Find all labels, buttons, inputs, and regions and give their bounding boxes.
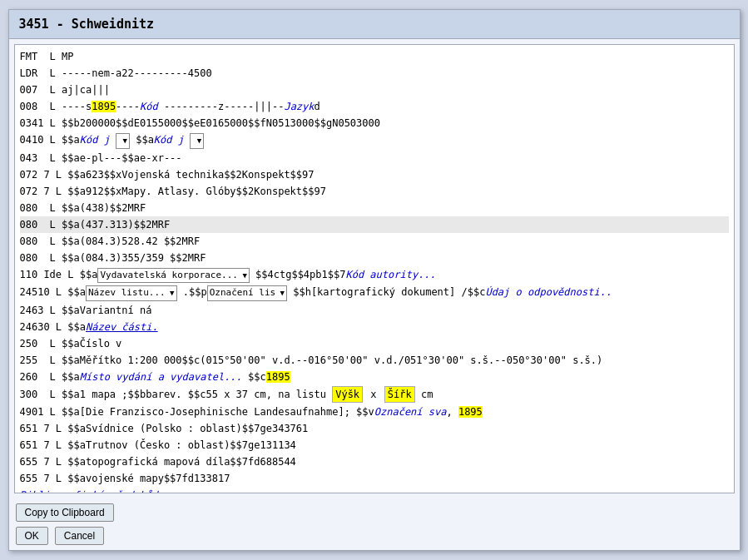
- row-043-content: 043 L $$ae-pl---$$ae-xr---: [20, 151, 729, 166]
- kod-j-dropdown[interactable]: [116, 133, 130, 149]
- row-4901-content: 4901 L $$a[Die Franzisco-Josephinische L…: [20, 404, 729, 419]
- kod-j-dropdown2[interactable]: [190, 133, 204, 149]
- row-072-1-content: 072 7 L $$a623$$xVojenská technika$$2Kon…: [20, 167, 729, 182]
- row-2463-content: 2463 L $$aVariantní ná: [20, 303, 729, 318]
- vysk-box: Výšk: [332, 386, 363, 403]
- row-300-content: 300 L $$a1 mapa ;$$bbarev. $$c55 x 37 cm…: [20, 386, 729, 403]
- year-1895-4901: 1895: [458, 406, 483, 418]
- row-080-1: 080 L $$a(438)$$2MRF: [20, 200, 729, 216]
- udaj-odpoved-link[interactable]: Údaj o odpovědnosti..: [485, 286, 612, 298]
- kod-link-008[interactable]: Kód: [140, 101, 158, 112]
- row-080-2-content: 080 L $$a(437.313)$$2MRF: [20, 217, 729, 232]
- jazyk-link[interactable]: Jazyk: [284, 101, 314, 112]
- bibliograficky-link[interactable]: Bibliografický předchůdce...: [20, 489, 188, 494]
- row-260-content: 260 L $$aMísto vydání a vydavatel... $$c…: [20, 369, 729, 384]
- row-fmt-content: FMT L MP: [20, 49, 729, 64]
- row-4901: 4901 L $$a[Die Franzisco-Josephinische L…: [20, 404, 729, 420]
- main-window: 3451 - Schweidnitz FMT L MP LDR L -----n…: [8, 9, 741, 551]
- row-255: 255 L $$aMěřítko 1:200 000$$c(015°50'00"…: [20, 352, 729, 369]
- row-007-content: 007 L aj|ca|||: [20, 82, 729, 97]
- row-24510: 24510 L $$aNázev listu... .$$pOznačení l…: [20, 284, 729, 302]
- oznaceni-sva-link-4901[interactable]: Označení sva: [374, 406, 447, 418]
- ok-button[interactable]: OK: [16, 527, 48, 545]
- row-110: 110 Ide L $$aVydavatelská korporace... $…: [20, 266, 729, 285]
- cancel-button[interactable]: Cancel: [55, 527, 104, 545]
- row-0341: 0341 L $$b200000$$dE0155000$$eE0165000$$…: [20, 115, 729, 131]
- row-fmt: FMT L MP: [20, 48, 729, 65]
- row-072-2-content: 072 7 L $$a912$$xMapy. Atlasy. Glóby$$2K…: [20, 184, 729, 199]
- row-008-content: 008 L ----s1895----Kód ---------z-----||…: [20, 99, 729, 114]
- row-651-2-content: 651 7 L $$aTrutnov (Česko : oblast)$$7ge…: [20, 438, 729, 453]
- misto-vydani-link[interactable]: Místo vydání a vydavatel...: [80, 371, 242, 383]
- row-0410-content: 0410 L $$aKód j $$aKód j: [20, 132, 729, 149]
- row-0341-content: 0341 L $$b200000$$dE0155000$$eE0165000$$…: [20, 116, 729, 131]
- row-260: 260 L $$aMísto vydání a vydavatel... $$c…: [20, 369, 729, 385]
- row-250: 250 L $$aČíslo v: [20, 335, 729, 352]
- row-080-3: 080 L $$a(084.3)528.42 $$2MRF: [20, 233, 729, 250]
- row-008: 008 L ----s1895----Kód ---------z-----||…: [20, 98, 729, 115]
- row-080-1-content: 080 L $$a(438)$$2MRF: [20, 201, 729, 216]
- row-biblink-content: Bibliografický předchůdce...: [20, 488, 729, 494]
- row-0410: 0410 L $$aKód j $$aKód j: [20, 131, 729, 150]
- title-bar: 3451 - Schweidnitz: [9, 10, 740, 39]
- nazev-listu-dropdown[interactable]: Název listu...: [86, 285, 177, 301]
- row-072-2: 072 7 L $$a912$$xMapy. Atlasy. Glóby$$2K…: [20, 183, 729, 200]
- row-24630-content: 24630 L $$aNázev části.: [20, 320, 729, 335]
- row-110-content: 110 Ide L $$aVydavatelská korporace... $…: [20, 267, 729, 284]
- row-007: 007 L aj|ca|||: [20, 82, 729, 98]
- row-24630: 24630 L $$aNázev části.: [20, 319, 729, 335]
- row-080-2: 080 L $$a(437.313)$$2MRF: [20, 216, 729, 233]
- row-300: 300 L $$a1 mapa ;$$bbarev. $$c55 x 37 cm…: [20, 385, 729, 404]
- kod-autority-link[interactable]: Kód autority...: [345, 269, 435, 280]
- footer: Copy to Clipboard: [9, 498, 740, 527]
- row-072-1: 072 7 L $$a623$$xVojenská technika$$2Kon…: [20, 166, 729, 183]
- year-1895-260: 1895: [266, 371, 290, 383]
- marc-content: FMT L MP LDR L -----nem-a22---------4500…: [14, 44, 735, 493]
- row-655-1: 655 7 L $$atopografická mapová díla$$7fd…: [20, 453, 729, 470]
- row-255-content: 255 L $$aMěřítko 1:200 000$$c(015°50'00"…: [20, 353, 729, 368]
- row-080-4: 080 L $$a(084.3)355/359 $$2MRF: [20, 250, 729, 266]
- year-1895-008: 1895: [92, 101, 116, 112]
- row-biblink: Bibliografický předchůdce...: [20, 487, 729, 494]
- kod-j-link[interactable]: Kód j: [80, 134, 110, 146]
- oznaceni-lis-dropdown[interactable]: Označení lis: [207, 285, 287, 301]
- copy-clipboard-button[interactable]: Copy to Clipboard: [16, 503, 114, 522]
- x-separator: x: [363, 389, 384, 400]
- row-250-content: 250 L $$aČíslo v: [20, 336, 729, 351]
- row-043: 043 L $$ae-pl---$$ae-xr---: [20, 150, 729, 166]
- window-title: 3451 - Schweidnitz: [19, 17, 155, 32]
- ok-cancel-footer: OK Cancel: [9, 527, 740, 550]
- nazev-casti-link[interactable]: Název části.: [86, 321, 158, 333]
- row-ldr-content: LDR L -----nem-a22---------4500: [20, 66, 729, 81]
- row-080-3-content: 080 L $$a(084.3)528.42 $$2MRF: [20, 234, 729, 249]
- row-655-1-content: 655 7 L $$atopografická mapová díla$$7fd…: [20, 454, 729, 469]
- row-ldr: LDR L -----nem-a22---------4500: [20, 65, 729, 82]
- row-651-1-content: 651 7 L $$aSvídnice (Polsko : oblast)$$7…: [20, 421, 729, 436]
- row-2463: 2463 L $$aVariantní ná: [20, 302, 729, 319]
- vydavatelska-dropdown[interactable]: Vydavatelská korporace...: [97, 268, 249, 284]
- row-655-2-content: 655 7 L $$avojenské mapy$$7fd133817: [20, 471, 729, 486]
- row-651-2: 651 7 L $$aTrutnov (Česko : oblast)$$7ge…: [20, 437, 729, 453]
- kod-j-link2[interactable]: Kód j: [154, 134, 184, 146]
- row-24510-content: 24510 L $$aNázev listu... .$$pOznačení l…: [20, 285, 729, 301]
- row-080-4-content: 080 L $$a(084.3)355/359 $$2MRF: [20, 250, 729, 265]
- row-651-1: 651 7 L $$aSvídnice (Polsko : oblast)$$7…: [20, 420, 729, 437]
- row-655-2: 655 7 L $$avojenské mapy$$7fd133817: [20, 470, 729, 487]
- sirk-box: Šířk: [384, 386, 415, 403]
